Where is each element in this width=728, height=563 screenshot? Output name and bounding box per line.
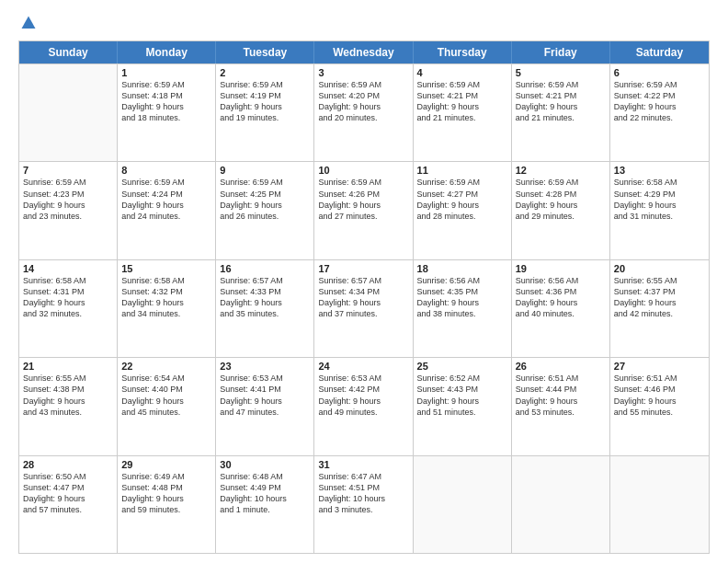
cell-info-line: Sunrise: 6:53 AM: [318, 373, 408, 384]
cell-info-line: and 28 minutes.: [417, 211, 507, 222]
calendar-cell: 26Sunrise: 6:51 AMSunset: 4:44 PMDayligh…: [512, 358, 610, 454]
cell-info-line: Sunrise: 6:49 AM: [121, 471, 211, 482]
cell-info-line: and 31 minutes.: [614, 211, 705, 222]
cell-info-line: Sunset: 4:23 PM: [23, 189, 113, 200]
cell-info-line: Daylight: 9 hours: [614, 200, 705, 211]
cell-info-line: Sunrise: 6:59 AM: [516, 79, 606, 90]
cell-info-line: and 38 minutes.: [417, 308, 507, 319]
day-number: 20: [614, 263, 705, 274]
day-number: 22: [121, 361, 211, 372]
logo-text: [18, 15, 37, 31]
cell-info-line: Daylight: 9 hours: [417, 200, 507, 211]
day-number: 2: [220, 67, 310, 78]
day-number: 15: [121, 263, 211, 274]
cell-info-line: and 51 minutes.: [417, 407, 507, 418]
calendar-cell: 23Sunrise: 6:53 AMSunset: 4:41 PMDayligh…: [216, 358, 314, 454]
cell-info-line: Daylight: 9 hours: [23, 396, 113, 407]
cell-info-line: Sunrise: 6:58 AM: [614, 177, 705, 188]
cell-info-line: Sunrise: 6:56 AM: [417, 275, 507, 286]
cell-info-line: Sunrise: 6:50 AM: [23, 471, 113, 482]
day-number: 30: [220, 459, 310, 470]
cell-info-line: Daylight: 9 hours: [516, 200, 606, 211]
calendar-body: 1Sunrise: 6:59 AMSunset: 4:18 PMDaylight…: [19, 63, 709, 553]
cell-info-line: Sunrise: 6:58 AM: [121, 275, 211, 286]
cell-info-line: Sunset: 4:38 PM: [23, 384, 113, 395]
day-number: 25: [417, 361, 507, 372]
day-number: 21: [23, 361, 113, 372]
cell-info-line: and 40 minutes.: [516, 308, 606, 319]
day-number: 18: [417, 263, 507, 274]
cell-info-line: Sunrise: 6:57 AM: [318, 275, 408, 286]
calendar-cell: [414, 456, 512, 553]
cell-info-line: and 34 minutes.: [121, 308, 211, 319]
cell-info-line: and 29 minutes.: [516, 211, 606, 222]
day-number: 4: [417, 67, 507, 78]
calendar-cell: 25Sunrise: 6:52 AMSunset: 4:43 PMDayligh…: [414, 358, 512, 454]
calendar-cell: 17Sunrise: 6:57 AMSunset: 4:34 PMDayligh…: [314, 260, 413, 357]
day-number: 6: [614, 67, 705, 78]
calendar-cell: 7Sunrise: 6:59 AMSunset: 4:23 PMDaylight…: [19, 162, 118, 259]
calendar-cell: 21Sunrise: 6:55 AMSunset: 4:38 PMDayligh…: [19, 358, 118, 454]
cell-info-line: Sunrise: 6:59 AM: [23, 177, 113, 188]
day-number: 23: [220, 361, 310, 372]
calendar-cell: 16Sunrise: 6:57 AMSunset: 4:33 PMDayligh…: [216, 260, 314, 357]
cell-info-line: Sunrise: 6:59 AM: [220, 177, 310, 188]
cell-info-line: Sunset: 4:19 PM: [220, 90, 310, 101]
cell-info-line: Sunset: 4:22 PM: [614, 90, 705, 101]
calendar-cell: 31Sunrise: 6:47 AMSunset: 4:51 PMDayligh…: [314, 456, 413, 553]
calendar-cell: 2Sunrise: 6:59 AMSunset: 4:19 PMDaylight…: [216, 64, 314, 161]
cell-info-line: and 20 minutes.: [318, 112, 408, 123]
cell-info-line: Sunset: 4:33 PM: [220, 286, 310, 297]
header-day-friday: Friday: [512, 41, 610, 63]
day-number: 1: [121, 67, 211, 78]
cell-info-line: and 26 minutes.: [220, 211, 310, 222]
cell-info-line: Sunset: 4:34 PM: [318, 286, 408, 297]
svg-marker-0: [22, 17, 36, 29]
cell-info-line: Sunrise: 6:52 AM: [417, 373, 507, 384]
cell-info-line: Sunset: 4:26 PM: [318, 189, 408, 200]
calendar-header: SundayMondayTuesdayWednesdayThursdayFrid…: [19, 41, 709, 63]
calendar: SundayMondayTuesdayWednesdayThursdayFrid…: [18, 40, 710, 554]
cell-info-line: Daylight: 9 hours: [121, 101, 211, 112]
calendar-cell: 22Sunrise: 6:54 AMSunset: 4:40 PMDayligh…: [118, 358, 216, 454]
calendar-cell: 8Sunrise: 6:59 AMSunset: 4:24 PMDaylight…: [118, 162, 216, 259]
cell-info-line: Sunset: 4:36 PM: [516, 286, 606, 297]
cell-info-line: Sunrise: 6:47 AM: [318, 471, 408, 482]
header-day-thursday: Thursday: [414, 41, 512, 63]
cell-info-line: and 37 minutes.: [318, 308, 408, 319]
cell-info-line: Sunset: 4:24 PM: [121, 189, 211, 200]
cell-info-line: Sunset: 4:43 PM: [417, 384, 507, 395]
cell-info-line: and 27 minutes.: [318, 211, 408, 222]
cell-info-line: Daylight: 9 hours: [220, 200, 310, 211]
calendar-cell: 28Sunrise: 6:50 AMSunset: 4:47 PMDayligh…: [19, 456, 118, 553]
logo: [18, 15, 37, 31]
cell-info-line: Sunrise: 6:59 AM: [318, 177, 408, 188]
cell-info-line: Sunset: 4:47 PM: [23, 482, 113, 493]
calendar-cell: 11Sunrise: 6:59 AMSunset: 4:27 PMDayligh…: [414, 162, 512, 259]
day-number: 10: [318, 165, 408, 176]
calendar-cell: 30Sunrise: 6:48 AMSunset: 4:49 PMDayligh…: [216, 456, 314, 553]
cell-info-line: Daylight: 9 hours: [614, 297, 705, 308]
calendar-cell: 3Sunrise: 6:59 AMSunset: 4:20 PMDaylight…: [314, 64, 413, 161]
cell-info-line: Sunset: 4:21 PM: [417, 90, 507, 101]
calendar-week-4: 21Sunrise: 6:55 AMSunset: 4:38 PMDayligh…: [19, 357, 709, 454]
header-day-monday: Monday: [118, 41, 216, 63]
day-number: 26: [516, 361, 606, 372]
calendar-cell: 27Sunrise: 6:51 AMSunset: 4:46 PMDayligh…: [610, 358, 709, 454]
cell-info-line: Daylight: 9 hours: [318, 297, 408, 308]
calendar-cell: 12Sunrise: 6:59 AMSunset: 4:28 PMDayligh…: [512, 162, 610, 259]
cell-info-line: and 53 minutes.: [516, 407, 606, 418]
header-day-wednesday: Wednesday: [314, 41, 413, 63]
cell-info-line: Daylight: 9 hours: [614, 101, 705, 112]
cell-info-line: and 49 minutes.: [318, 407, 408, 418]
cell-info-line: Daylight: 9 hours: [417, 297, 507, 308]
cell-info-line: Daylight: 9 hours: [220, 297, 310, 308]
calendar-week-1: 1Sunrise: 6:59 AMSunset: 4:18 PMDaylight…: [19, 63, 709, 161]
cell-info-line: Sunset: 4:25 PM: [220, 189, 310, 200]
cell-info-line: Sunset: 4:18 PM: [121, 90, 211, 101]
day-number: 28: [23, 459, 113, 470]
cell-info-line: Sunrise: 6:59 AM: [121, 177, 211, 188]
calendar-cell: 10Sunrise: 6:59 AMSunset: 4:26 PMDayligh…: [314, 162, 413, 259]
day-number: 14: [23, 263, 113, 274]
cell-info-line: Daylight: 9 hours: [220, 396, 310, 407]
